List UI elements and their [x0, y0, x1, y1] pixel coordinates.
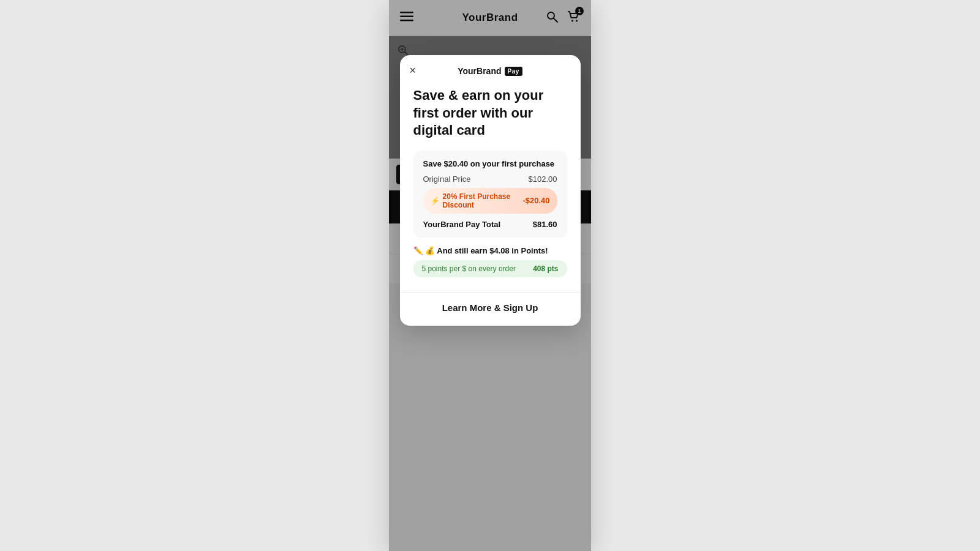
- lightning-icon: ⚡: [431, 197, 440, 205]
- modal-brand-name: YourBrand: [458, 66, 501, 76]
- phone-wrapper: YourBrand 1: [389, 0, 591, 551]
- points-pill-label: 5 points per $ on every order: [422, 264, 516, 273]
- savings-card-title: Save $20.40 on your first purchase: [423, 159, 557, 168]
- modal-close-button[interactable]: ×: [410, 65, 417, 76]
- original-price-row: Original Price $102.00: [423, 174, 557, 184]
- modal-headline: Save & earn on your first order with our…: [413, 87, 567, 140]
- savings-card: Save $20.40 on your first purchase Origi…: [413, 151, 567, 238]
- modal-backdrop[interactable]: × YourBrand Pay Save & earn on your firs…: [389, 0, 591, 551]
- original-price-label: Original Price: [423, 174, 471, 184]
- total-label: YourBrand Pay Total: [423, 220, 501, 229]
- points-pill: 5 points per $ on every order 408 pts: [413, 260, 567, 277]
- discount-label-text: 20% First Purchase Discount: [443, 192, 523, 209]
- modal-body: Save & earn on your first order with our…: [400, 81, 581, 292]
- pay-badge: Pay: [505, 67, 522, 76]
- total-row: YourBrand Pay Total $81.60: [423, 220, 557, 229]
- points-section: ✏️ 💰 And still earn $4.08 in Points! 5 p…: [413, 246, 567, 277]
- modal-footer: Learn More & Sign Up: [400, 292, 581, 326]
- discount-label: ⚡ 20% First Purchase Discount: [431, 192, 523, 209]
- discount-amount: -$20.40: [522, 196, 549, 205]
- original-price-value: $102.00: [529, 174, 557, 184]
- modal-brand-title: YourBrand Pay: [458, 66, 522, 76]
- discount-row: ⚡ 20% First Purchase Discount -$20.40: [423, 188, 557, 214]
- points-pill-value: 408 pts: [533, 264, 558, 273]
- pay-modal: × YourBrand Pay Save & earn on your firs…: [400, 55, 581, 326]
- modal-header: × YourBrand Pay: [400, 55, 581, 81]
- learn-more-signup-link[interactable]: Learn More & Sign Up: [442, 302, 538, 313]
- total-value: $81.60: [533, 220, 557, 229]
- points-headline: ✏️ 💰 And still earn $4.08 in Points!: [413, 246, 567, 255]
